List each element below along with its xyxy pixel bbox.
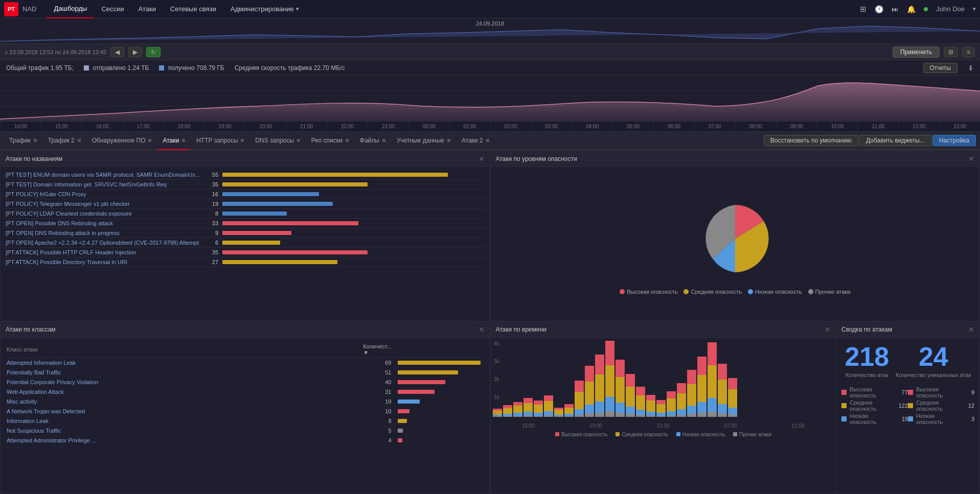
- widget-attacks-time-close[interactable]: ✕: [825, 325, 831, 334]
- reports-button[interactable]: Отчеты: [923, 63, 958, 73]
- summary-numbers: 218 Количество атак 24 Количество уникал…: [836, 338, 979, 383]
- class-name[interactable]: A Network Trojan was Detected: [4, 406, 360, 416]
- attack-bar: [220, 180, 486, 190]
- tab-http-запросы[interactable]: HTTP запросы: [191, 132, 249, 150]
- tab-трафик[interactable]: Трафик: [4, 132, 42, 150]
- bar-segment: [605, 341, 614, 365]
- class-name[interactable]: Web Application Attack: [4, 387, 360, 396]
- pie-chart-svg: [679, 193, 791, 285]
- nav-attacks[interactable]: Атаки: [131, 0, 163, 18]
- bar-segment: [656, 400, 666, 404]
- tab-реп-списки[interactable]: Реп списки: [306, 132, 354, 150]
- widget-summary-close[interactable]: ✕: [968, 325, 974, 334]
- tabbar-btn-2[interactable]: Настройка: [932, 135, 976, 146]
- pie-legend-label: Прочие атаки: [815, 289, 851, 295]
- user-label[interactable]: John Doe: [936, 5, 965, 13]
- table-row[interactable]: Web Application Attack 31: [4, 387, 487, 396]
- table-row[interactable]: [PT POLICY] Telegram Messenger v1 pkt ch…: [4, 199, 487, 209]
- attack-name[interactable]: [PT OPEN] Apache2 <2.2.34 <2.4.27 Option…: [4, 238, 205, 248]
- y-label: 1k: [494, 394, 500, 400]
- class-name[interactable]: Not Suspicious Traffic: [4, 426, 360, 435]
- status-dot: [924, 7, 928, 11]
- table-row[interactable]: [PT ATTACK] Possible HTTP CRLF Header In…: [4, 248, 487, 257]
- widget-attack-classes-close[interactable]: ✕: [478, 325, 485, 334]
- table-row[interactable]: Potential Corporate Privacy Violation 40: [4, 377, 487, 387]
- tab-обнаруженное-по[interactable]: Обнаруженное ПО: [87, 132, 157, 150]
- total-attacks-num: 218 Количество атак: [845, 343, 889, 378]
- pie-legend-item: Прочие атаки: [808, 289, 851, 295]
- class-name[interactable]: Potentially Bad Traffic: [4, 367, 360, 377]
- table-row[interactable]: [PT OPEN] DNS Rebinding attack in progre…: [4, 228, 487, 238]
- table-row[interactable]: [PT ATTACK] Possible Directory Traversal…: [4, 257, 487, 267]
- time-tick: 19:00: [204, 122, 245, 132]
- attack-name[interactable]: [PT TEST] Domain information get. SRVSVC…: [4, 180, 205, 190]
- table-row[interactable]: [PT OPEN] Apache2 <2.2.34 <2.4.27 Option…: [4, 238, 487, 248]
- table-row[interactable]: Not Suspicious Traffic 5: [4, 426, 487, 435]
- attack-bar: [220, 199, 486, 209]
- table-row[interactable]: [PT OPEN] Possible DNS Rebinding attack …: [4, 219, 487, 228]
- table-row[interactable]: [PT TEST] Domain information get. SRVSVC…: [4, 180, 487, 190]
- table-row[interactable]: Attempted Information Leak 69: [4, 358, 487, 367]
- tab-учетные-данные[interactable]: Учетные данные: [392, 132, 455, 150]
- time-tick: 14:00: [0, 122, 41, 132]
- bar-segment: [626, 414, 635, 417]
- col-count[interactable]: Количест... ▼: [360, 341, 394, 358]
- tabbar-btn-1[interactable]: Добавить виджеты...: [859, 135, 931, 146]
- back-button[interactable]: ◀: [110, 47, 124, 57]
- download-icon[interactable]: ⬇: [968, 64, 974, 72]
- tab-файлы[interactable]: Файлы: [355, 132, 391, 150]
- table-row[interactable]: Potentially Bad Traffic 51: [4, 367, 487, 377]
- clock-icon[interactable]: 🕐: [875, 5, 883, 13]
- attack-count: 9: [205, 228, 220, 238]
- table-row[interactable]: Information Leak 8: [4, 416, 487, 426]
- tab-трафик-2[interactable]: Трафик 2: [43, 132, 86, 150]
- attack-name[interactable]: [PT OPEN] Possible DNS Rebinding attack: [4, 219, 205, 228]
- tabbar-btn-0[interactable]: Восстановить по умолчанию: [764, 135, 858, 146]
- attack-name[interactable]: [PT POLICY] Telegram Messenger v1 pkt ch…: [4, 199, 205, 209]
- class-name[interactable]: Potential Corporate Privacy Violation: [4, 377, 360, 387]
- x-label: 23:00: [629, 423, 697, 429]
- attack-name[interactable]: [PT POLICY] friGate CDN Proxy: [4, 190, 205, 199]
- nav-network[interactable]: Сетевые связи: [163, 0, 223, 18]
- class-name[interactable]: Attempted Information Leak: [4, 358, 360, 367]
- pie-legend-dot: [808, 289, 813, 294]
- attack-name[interactable]: [PT POLICY] LDAP Cleartext credentials e…: [4, 209, 205, 219]
- grid-view-button[interactable]: ⊞: [944, 47, 958, 57]
- bell-icon[interactable]: 🔔: [907, 5, 916, 13]
- forward-button[interactable]: ▶: [128, 47, 142, 57]
- time-tick: 13:00: [939, 122, 980, 132]
- nav-dashboards[interactable]: Дашборды: [47, 0, 94, 18]
- forward-icon[interactable]: ⏭: [892, 5, 899, 13]
- nav-sessions[interactable]: Сессии: [94, 0, 131, 18]
- table-row[interactable]: [PT POLICY] friGate CDN Proxy 16: [4, 190, 487, 199]
- attack-name[interactable]: [PT ATTACK] Possible HTTP CRLF Header In…: [4, 248, 205, 257]
- tab-атаки-2[interactable]: Атаки 2: [457, 132, 494, 150]
- table-row[interactable]: [PT TEST] ENUM domain users via SAMR pro…: [4, 170, 487, 180]
- attack-name[interactable]: [PT TEST] ENUM domain users via SAMR pro…: [4, 170, 205, 180]
- tab-dns-запросы[interactable]: DNS запросы: [250, 132, 305, 150]
- widget-attack-names-close[interactable]: ✕: [478, 155, 485, 163]
- time-tick: 07:00: [694, 122, 735, 132]
- class-name[interactable]: Attempted Administrator Privilege ...: [4, 435, 360, 445]
- table-row[interactable]: A Network Trojan was Detected 10: [4, 406, 487, 416]
- apply-button[interactable]: Применить: [893, 46, 940, 58]
- user-chevron-icon[interactable]: ▾: [973, 6, 976, 12]
- list-view-button[interactable]: ≡: [962, 47, 975, 57]
- class-name[interactable]: Misc activity: [4, 396, 360, 406]
- nav-admin[interactable]: Администрирование: [223, 0, 296, 18]
- widget-attack-severity-close[interactable]: ✕: [968, 155, 974, 163]
- app-brand: NAD: [22, 5, 36, 13]
- admin-chevron-icon[interactable]: ▾: [296, 6, 299, 12]
- attack-name[interactable]: [PT ATTACK] Possible Directory Traversal…: [4, 257, 205, 267]
- timeline-strip[interactable]: 24.09.2018: [0, 18, 980, 44]
- refresh-button[interactable]: ↻: [146, 47, 161, 57]
- attack-name[interactable]: [PT OPEN] DNS Rebinding attack in progre…: [4, 228, 205, 238]
- tab-атаки[interactable]: Атаки: [157, 132, 190, 150]
- bar-segment: [656, 404, 666, 413]
- table-row[interactable]: Attempted Administrator Privilege ... 4: [4, 435, 487, 445]
- grid-icon[interactable]: ⊞: [860, 5, 867, 14]
- table-row[interactable]: [PT POLICY] LDAP Cleartext credentials e…: [4, 209, 487, 219]
- table-row[interactable]: Misc activity 19: [4, 396, 487, 406]
- class-name[interactable]: Information Leak: [4, 416, 360, 426]
- severity-value: 77: [896, 389, 908, 395]
